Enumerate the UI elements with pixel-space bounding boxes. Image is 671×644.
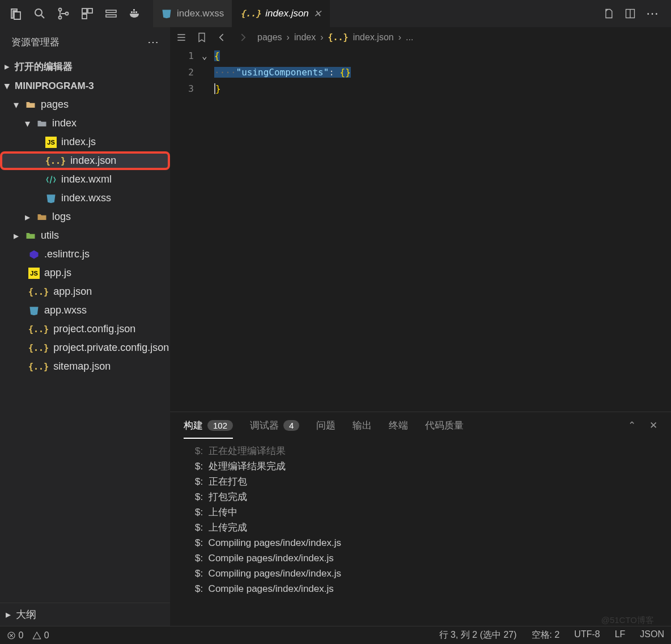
panel-tab-terminal[interactable]: 终端 bbox=[389, 419, 408, 432]
close-icon[interactable]: ✕ bbox=[313, 8, 321, 20]
chevron-down-icon[interactable]: ⌄ bbox=[202, 48, 214, 64]
json-file-icon: {..} bbox=[28, 362, 49, 372]
search-icon[interactable] bbox=[33, 7, 46, 20]
folder-pages[interactable]: ▾ pages bbox=[0, 95, 170, 114]
code-content[interactable]: { ····"usingComponents": {} } bbox=[214, 48, 351, 412]
file-project-config[interactable]: {..} project.config.json bbox=[0, 320, 170, 338]
folder-open-icon bbox=[25, 99, 36, 111]
status-cursor[interactable]: 行 3, 列 2 (选中 27) bbox=[439, 629, 517, 641]
json-file-icon: {..} bbox=[240, 9, 261, 19]
breadcrumb[interactable]: pages › index › {..} index.json › ... bbox=[257, 32, 413, 43]
statusbar: 0 0 行 3, 列 2 (选中 27) 空格: 2 UTF-8 LF JSON bbox=[0, 626, 671, 644]
panel-tab-problems[interactable]: 问题 bbox=[316, 419, 336, 432]
bc-file[interactable]: index.json bbox=[353, 32, 394, 43]
collapse-icon[interactable]: ⌃ bbox=[628, 420, 636, 431]
log-line: $: 正在打包 bbox=[195, 474, 655, 489]
item-label: logs bbox=[52, 211, 71, 223]
panel-output[interactable]: $: 正在处理编译结果 $: 处理编译结果完成 $: 正在打包 $: 打包完成 … bbox=[170, 439, 671, 626]
status-warnings[interactable]: 0 bbox=[32, 630, 49, 641]
docker-icon[interactable] bbox=[128, 7, 142, 20]
file-index-json[interactable]: {..} index.json bbox=[0, 151, 170, 170]
bc-ellipsis: ... bbox=[406, 32, 413, 43]
status-errors[interactable]: 0 bbox=[7, 630, 23, 641]
preview-icon[interactable] bbox=[603, 8, 614, 19]
file-app-js[interactable]: JS app.js bbox=[0, 264, 170, 282]
log-line: $: 打包完成 bbox=[195, 489, 655, 505]
split-icon[interactable] bbox=[625, 8, 636, 19]
file-app-json[interactable]: {..} app.json bbox=[0, 282, 170, 301]
svg-rect-5 bbox=[88, 9, 92, 13]
json-file-icon: {..} bbox=[45, 156, 66, 166]
panel-tab-output[interactable]: 输出 bbox=[353, 419, 372, 432]
tab-index-wxss[interactable]: index.wxss bbox=[153, 0, 232, 27]
fold-gutter[interactable]: ⌄ bbox=[202, 48, 214, 412]
status-spaces[interactable]: 空格: 2 bbox=[532, 629, 560, 641]
editor-body[interactable]: 123 ⌄ { ····"usingComponents": {} } bbox=[170, 48, 671, 412]
status-eol[interactable]: LF bbox=[615, 629, 626, 641]
files-icon[interactable] bbox=[9, 7, 23, 20]
panel-tab-quality[interactable]: 代码质量 bbox=[425, 419, 464, 432]
item-label: index.json bbox=[70, 155, 116, 167]
json-file-icon: {..} bbox=[328, 32, 349, 43]
badge: 4 bbox=[283, 420, 299, 431]
open-editors-section[interactable]: ▸ 打开的编辑器 bbox=[0, 57, 170, 77]
svg-rect-6 bbox=[82, 14, 87, 19]
wxss-file-icon bbox=[161, 8, 172, 19]
tab-label: 调试器 bbox=[250, 419, 279, 432]
chevron-down-icon: ▾ bbox=[25, 117, 32, 130]
svg-rect-7 bbox=[106, 10, 116, 12]
bc-pages[interactable]: pages bbox=[257, 32, 282, 43]
code-val: {} bbox=[340, 67, 351, 78]
file-sitemap[interactable]: {..} sitemap.json bbox=[0, 357, 170, 376]
tab-label: index.json bbox=[265, 8, 309, 19]
item-label: index.js bbox=[61, 136, 96, 148]
tab-label: 代码质量 bbox=[425, 419, 464, 432]
svg-rect-4 bbox=[82, 9, 87, 13]
tab-label: 问题 bbox=[316, 419, 336, 432]
item-label: project.private.config.json bbox=[53, 342, 169, 354]
file-eslintrc[interactable]: .eslintrc.js bbox=[0, 245, 170, 264]
more-icon[interactable]: ⋯ bbox=[646, 6, 659, 21]
log-line: $: 上传完成 bbox=[195, 520, 655, 535]
status-lang[interactable]: JSON bbox=[640, 629, 664, 641]
log-line: $: Compile pages/index/index.js bbox=[195, 581, 655, 596]
wxml-file-icon bbox=[45, 174, 57, 185]
item-label: index.wxss bbox=[61, 192, 111, 204]
extensions-icon[interactable] bbox=[80, 7, 94, 20]
file-index-js[interactable]: JS index.js bbox=[0, 133, 170, 151]
folder-utils[interactable]: ▸ utils bbox=[0, 226, 170, 245]
bc-index[interactable]: index bbox=[294, 32, 316, 43]
badge: 102 bbox=[207, 420, 233, 431]
close-icon[interactable]: ✕ bbox=[649, 420, 657, 431]
file-index-wxss[interactable]: index.wxss bbox=[0, 189, 170, 207]
more-icon[interactable]: ⋯ bbox=[147, 35, 159, 49]
log-line: $: 处理编译结果完成 bbox=[195, 459, 655, 474]
forward-icon[interactable] bbox=[237, 32, 248, 43]
folder-logs[interactable]: ▸ logs bbox=[0, 207, 170, 226]
bookmark-icon[interactable] bbox=[196, 32, 207, 43]
wxss-file-icon bbox=[45, 193, 57, 204]
outline-section[interactable]: ▸ 大纲 bbox=[0, 603, 170, 626]
log-line: $: Compile pages/index/index.js bbox=[195, 550, 655, 566]
log-line: $: Compiling pages/index/index.js bbox=[195, 566, 655, 581]
sidebar-title: 资源管理器 bbox=[11, 36, 60, 49]
list-icon[interactable] bbox=[176, 32, 187, 43]
code-brace: { bbox=[214, 50, 220, 61]
back-icon[interactable] bbox=[216, 32, 228, 43]
database-icon[interactable] bbox=[104, 7, 118, 20]
panel-tab-build[interactable]: 构建 102 bbox=[184, 419, 233, 432]
panel-tab-debugger[interactable]: 调试器 4 bbox=[250, 419, 299, 432]
item-label: sitemap.json bbox=[53, 361, 111, 372]
folder-index[interactable]: ▾ index bbox=[0, 114, 170, 133]
file-app-wxss[interactable]: app.wxss bbox=[0, 301, 170, 320]
file-index-wxml[interactable]: index.wxml bbox=[0, 170, 170, 189]
status-encoding[interactable]: UTF-8 bbox=[574, 629, 600, 641]
file-project-private[interactable]: {..} project.private.config.json bbox=[0, 338, 170, 357]
error-icon bbox=[7, 631, 16, 640]
item-label: index bbox=[52, 117, 77, 129]
chevron-right-icon: › bbox=[287, 32, 290, 43]
project-section[interactable]: ▾ MINIPROGRAM-3 bbox=[0, 77, 170, 95]
tab-index-json[interactable]: {..} index.json ✕ bbox=[232, 0, 330, 27]
chevron-right-icon: › bbox=[320, 32, 323, 43]
git-icon[interactable] bbox=[57, 7, 70, 20]
